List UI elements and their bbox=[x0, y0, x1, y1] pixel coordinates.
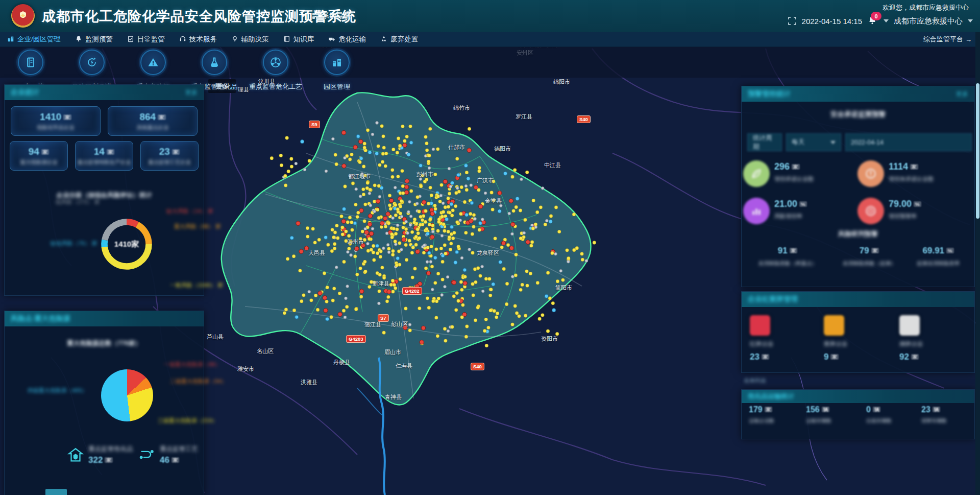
enterprise-dot-gray[interactable] bbox=[447, 329, 450, 333]
enterprise-dot-yellow[interactable] bbox=[388, 194, 391, 197]
enterprise-dot-yellow[interactable] bbox=[518, 314, 521, 318]
enterprise-dot-yellow[interactable] bbox=[372, 258, 376, 262]
enterprise-dot-yellow[interactable] bbox=[394, 214, 398, 217]
enterprise-dot-yellow[interactable] bbox=[418, 237, 421, 240]
enterprise-dot-red[interactable] bbox=[299, 249, 303, 253]
enterprise-dot-gray[interactable] bbox=[391, 217, 395, 220]
nav-item-废弃处置[interactable]: 废弃处置 bbox=[373, 32, 425, 46]
enterprise-dot-yellow[interactable] bbox=[439, 247, 443, 250]
enterprise-dot-yellow[interactable] bbox=[433, 281, 437, 285]
enterprise-dot-yellow[interactable] bbox=[356, 215, 359, 219]
enterprise-dot-blue[interactable] bbox=[433, 256, 437, 260]
enterprise-dot-blue[interactable] bbox=[465, 213, 469, 217]
enterprise-dot-yellow[interactable] bbox=[426, 296, 429, 300]
enterprise-dot-gray[interactable] bbox=[371, 133, 374, 136]
enterprise-dot-yellow[interactable] bbox=[539, 205, 543, 209]
chevron-down-icon[interactable] bbox=[968, 19, 973, 22]
enterprise-dot-yellow[interactable] bbox=[444, 205, 447, 209]
enterprise-dot-yellow[interactable] bbox=[442, 210, 445, 214]
enterprise-dot-yellow[interactable] bbox=[391, 279, 395, 282]
enterprise-dot-yellow[interactable] bbox=[524, 314, 527, 318]
enterprise-dot-yellow[interactable] bbox=[401, 192, 405, 195]
enterprise-dot-blue[interactable] bbox=[368, 151, 372, 154]
enterprise-dot-blue[interactable] bbox=[407, 153, 410, 156]
enterprise-dot-yellow[interactable] bbox=[396, 151, 399, 155]
enterprise-dot-yellow[interactable] bbox=[341, 232, 345, 236]
nav-item-危化运输[interactable]: 危化运输 bbox=[321, 32, 373, 46]
enterprise-dot-yellow[interactable] bbox=[284, 184, 287, 187]
enterprise-dot-gray[interactable] bbox=[332, 137, 335, 140]
enterprise-dot-yellow[interactable] bbox=[361, 230, 364, 233]
enterprise-dot-yellow[interactable] bbox=[425, 227, 429, 231]
enterprise-dot-yellow[interactable] bbox=[306, 226, 309, 230]
enterprise-dot-yellow[interactable] bbox=[483, 329, 486, 333]
enterprise-dot-blue[interactable] bbox=[478, 221, 482, 225]
enterprise-dot-yellow[interactable] bbox=[431, 224, 434, 227]
enterprise-dot-yellow[interactable] bbox=[511, 323, 514, 326]
enterprise-dot-yellow[interactable] bbox=[306, 235, 309, 239]
enterprise-dot-yellow[interactable] bbox=[430, 245, 433, 248]
enterprise-dot-yellow[interactable] bbox=[390, 232, 394, 236]
enterprise-dot-yellow[interactable] bbox=[389, 207, 393, 210]
notification-bell[interactable]: 0 bbox=[867, 15, 878, 27]
enterprise-dot-yellow[interactable] bbox=[514, 253, 518, 256]
enterprise-dot-yellow[interactable] bbox=[478, 166, 481, 170]
enterprise-dot-gray[interactable] bbox=[405, 220, 408, 223]
enterprise-dot-yellow[interactable] bbox=[333, 231, 337, 234]
enterprise-dot-yellow[interactable] bbox=[331, 299, 335, 302]
enterprise-dot-yellow[interactable] bbox=[363, 203, 367, 206]
enterprise-dot-yellow[interactable] bbox=[452, 295, 456, 298]
enterprise-dot-blue[interactable] bbox=[464, 164, 468, 168]
enterprise-dot-yellow[interactable] bbox=[430, 265, 434, 268]
enterprise-dot-blue[interactable] bbox=[552, 309, 556, 312]
enterprise-dot-yellow[interactable] bbox=[434, 207, 437, 211]
enterprise-dot-red[interactable] bbox=[430, 235, 434, 239]
enterprise-dot-gray[interactable] bbox=[409, 215, 412, 218]
enterprise-dot-yellow[interactable] bbox=[551, 251, 554, 255]
enterprise-dot-gray[interactable] bbox=[406, 232, 409, 235]
enterprise-dot-blue[interactable] bbox=[450, 202, 453, 206]
enterprise-dot-yellow[interactable] bbox=[350, 153, 354, 156]
enterprise-dot-yellow[interactable] bbox=[425, 142, 429, 145]
enterprise-dot-yellow[interactable] bbox=[442, 223, 446, 226]
enterprise-dot-red[interactable] bbox=[526, 240, 530, 244]
enterprise-dot-yellow[interactable] bbox=[489, 309, 493, 312]
card-item[interactable]: 红牌企业23家 bbox=[750, 315, 816, 362]
enterprise-dot-red[interactable] bbox=[341, 219, 346, 223]
enterprise-dot-gray[interactable] bbox=[442, 202, 445, 205]
enterprise-dot-yellow[interactable] bbox=[443, 327, 447, 331]
enterprise-dot-yellow[interactable] bbox=[330, 249, 334, 253]
enterprise-dot-blue[interactable] bbox=[426, 232, 429, 235]
enterprise-dot-gray[interactable] bbox=[448, 167, 451, 170]
enterprise-dot-yellow[interactable] bbox=[419, 223, 422, 227]
enterprise-dot-yellow[interactable] bbox=[394, 287, 397, 290]
enterprise-dot-yellow[interactable] bbox=[465, 171, 469, 174]
enterprise-dot-gray[interactable] bbox=[432, 148, 435, 151]
enterprise-dot-red[interactable] bbox=[404, 185, 408, 189]
enterprise-dot-yellow[interactable] bbox=[479, 274, 482, 278]
enterprise-dot-red[interactable] bbox=[509, 199, 513, 203]
enterprise-dot-gray[interactable] bbox=[373, 210, 376, 213]
enterprise-dot-yellow[interactable] bbox=[551, 301, 555, 305]
enterprise-dot-yellow[interactable] bbox=[404, 243, 408, 247]
enterprise-dot-yellow[interactable] bbox=[471, 251, 475, 255]
enterprise-dot-blue[interactable] bbox=[427, 251, 431, 255]
enterprise-dot-gray[interactable] bbox=[431, 230, 434, 233]
enterprise-dot-blue[interactable] bbox=[375, 152, 379, 155]
enterprise-dot-red[interactable] bbox=[376, 199, 380, 203]
enterprise-dot-yellow[interactable] bbox=[490, 191, 494, 195]
enterprise-dot-yellow[interactable] bbox=[437, 218, 441, 221]
enterprise-dot-yellow[interactable] bbox=[449, 248, 452, 251]
more-link[interactable]: 更多 bbox=[956, 90, 968, 99]
enterprise-dot-yellow[interactable] bbox=[345, 230, 348, 233]
enterprise-dot-yellow[interactable] bbox=[335, 162, 338, 166]
enterprise-dot-yellow[interactable] bbox=[424, 209, 428, 213]
enterprise-dot-gray[interactable] bbox=[347, 251, 350, 254]
enterprise-dot-yellow[interactable] bbox=[300, 299, 303, 303]
enterprise-dot-yellow[interactable] bbox=[317, 238, 321, 242]
enterprise-dot-yellow[interactable] bbox=[472, 294, 475, 297]
enterprise-dot-yellow[interactable] bbox=[382, 134, 385, 138]
enterprise-dot-blue[interactable] bbox=[396, 256, 400, 260]
enterprise-dot-red[interactable] bbox=[404, 191, 408, 195]
enterprise-dot-yellow[interactable] bbox=[355, 273, 359, 276]
